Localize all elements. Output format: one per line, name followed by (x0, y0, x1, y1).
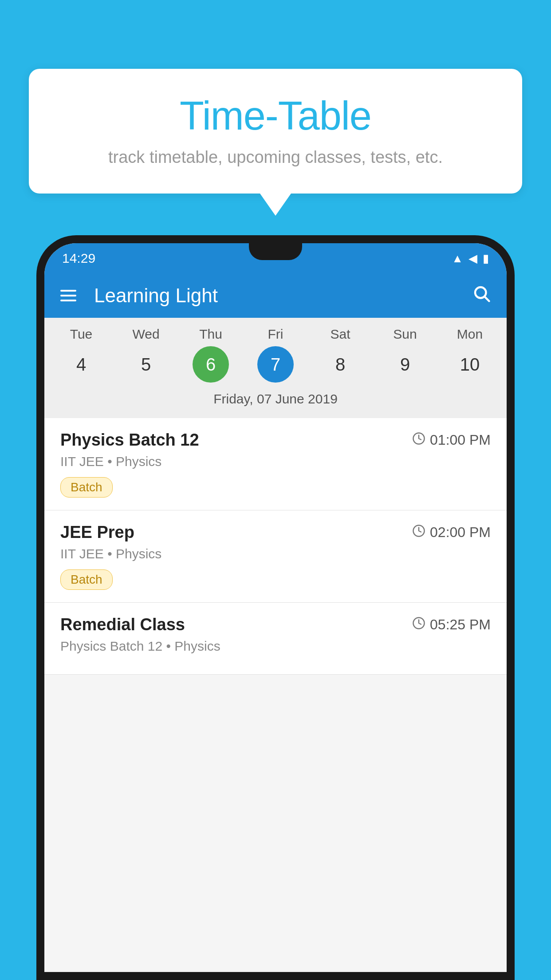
schedule-item-2[interactable]: JEE Prep 02:00 PM IIT JEE • Physics Batc… (44, 510, 507, 603)
status-icons: ▲ ◀ ▮ (452, 252, 489, 265)
schedule-item-1-header: Physics Batch 12 01:00 PM (60, 431, 491, 450)
svg-line-1 (485, 297, 489, 301)
day-header-tue: Tue (55, 327, 108, 342)
calendar-strip: Tue Wed Thu Fri Sat Sun Mon 4 5 6 7 8 9 … (44, 318, 507, 418)
clock-icon-2 (412, 524, 425, 541)
search-button[interactable] (472, 284, 491, 307)
feature-title: Time-Table (55, 93, 496, 139)
day-header-fri: Fri (249, 327, 302, 342)
schedule-item-1-subtitle: IIT JEE • Physics (60, 454, 491, 469)
schedule-item-3-subtitle: Physics Batch 12 • Physics (60, 639, 491, 654)
battery-icon: ▮ (483, 252, 489, 265)
status-time: 14:29 (62, 251, 95, 266)
phone-frame: 14:29 ▲ ◀ ▮ Learning Light (36, 235, 515, 980)
schedule-item-1-time-text: 01:00 PM (430, 432, 491, 448)
day-header-mon: Mon (443, 327, 496, 342)
day-header-sat: Sat (314, 327, 367, 342)
schedule-item-3-time-text: 05:25 PM (430, 616, 491, 633)
day-headers: Tue Wed Thu Fri Sat Sun Mon (44, 327, 507, 342)
schedule-item-2-subtitle: IIT JEE • Physics (60, 546, 491, 561)
speech-bubble-card: Time-Table track timetable, upcoming cla… (29, 69, 522, 194)
selected-date-label: Friday, 07 June 2019 (44, 388, 507, 414)
day-6-today[interactable]: 6 (193, 346, 229, 383)
schedule-item-3-header: Remedial Class 05:25 PM (60, 615, 491, 634)
day-7-selected[interactable]: 7 (257, 346, 294, 383)
phone-notch (249, 243, 302, 260)
schedule-item-3-time: 05:25 PM (412, 616, 491, 633)
day-4[interactable]: 4 (63, 346, 99, 383)
clock-icon-3 (412, 616, 425, 633)
wifi-icon: ▲ (452, 252, 463, 265)
day-9[interactable]: 9 (387, 346, 423, 383)
schedule-item-2-time: 02:00 PM (412, 524, 491, 541)
speech-bubble-section: Time-Table track timetable, upcoming cla… (29, 69, 522, 216)
day-10[interactable]: 10 (452, 346, 488, 383)
app-title: Learning Light (90, 285, 459, 307)
schedule-item-1-tag: Batch (60, 477, 113, 498)
schedule-item-3[interactable]: Remedial Class 05:25 PM Physics Batch 12… (44, 603, 507, 675)
signal-icon: ◀ (468, 252, 477, 265)
schedule-item-1-time: 01:00 PM (412, 432, 491, 448)
day-5[interactable]: 5 (128, 346, 164, 383)
schedule-item-1-title: Physics Batch 12 (60, 431, 199, 450)
day-numbers: 4 5 6 7 8 9 10 (44, 346, 507, 383)
day-header-thu: Thu (184, 327, 237, 342)
schedule-list: Physics Batch 12 01:00 PM IIT JEE • Phys… (44, 418, 507, 675)
clock-icon-1 (412, 432, 425, 448)
schedule-item-2-time-text: 02:00 PM (430, 524, 491, 541)
speech-bubble-tail (260, 194, 291, 216)
day-header-wed: Wed (119, 327, 173, 342)
schedule-item-2-tag: Batch (60, 569, 113, 590)
schedule-item-3-title: Remedial Class (60, 615, 185, 634)
schedule-item-2-title: JEE Prep (60, 523, 134, 542)
day-8[interactable]: 8 (322, 346, 358, 383)
menu-button[interactable] (60, 290, 76, 301)
phone-screen: 14:29 ▲ ◀ ▮ Learning Light (44, 243, 507, 972)
schedule-item-1[interactable]: Physics Batch 12 01:00 PM IIT JEE • Phys… (44, 418, 507, 510)
feature-subtitle: track timetable, upcoming classes, tests… (55, 148, 496, 167)
day-header-sun: Sun (378, 327, 432, 342)
app-bar: Learning Light (44, 273, 507, 318)
schedule-item-2-header: JEE Prep 02:00 PM (60, 523, 491, 542)
